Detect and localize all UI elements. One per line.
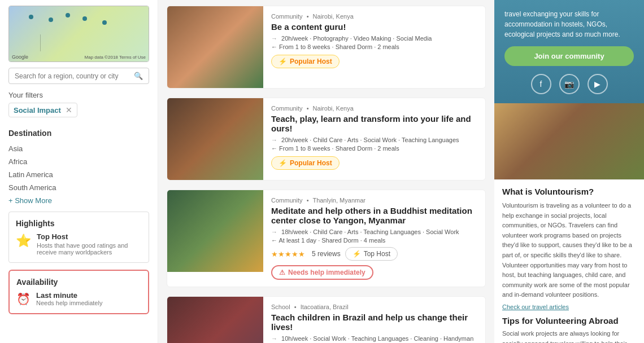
top-host-badge: ⚡ Top Host <box>345 247 398 261</box>
search-box[interactable]: 🔍 <box>8 68 149 84</box>
main-content: Community • Nairobi, Kenya Be a content … <box>158 0 494 343</box>
listing-tags-hours: → 20h/week · Child Care · Arts · Social … <box>271 137 477 143</box>
listing-body: Community • Nairobi, Kenya Be a content … <box>263 6 485 88</box>
availability-title: Availability <box>16 278 141 287</box>
availability-section: Availability ⏰ Last minute Needs help im… <box>8 270 149 314</box>
volunteer-image <box>494 103 644 179</box>
star-rating: ★★★★★ <box>271 250 305 258</box>
last-minute-info: Last minute Needs help immediately <box>36 291 102 306</box>
listing-image <box>167 297 263 343</box>
last-minute-label: Last minute <box>36 291 102 300</box>
lightning-icon: ⚡ <box>353 250 361 258</box>
listing-body: Community • Thanlyin, Myanmar Meditate a… <box>263 190 485 287</box>
facebook-icon[interactable]: f <box>531 74 551 94</box>
listing-tags-hours: → 18h/week · Child Care · Arts · Teachin… <box>271 228 477 235</box>
voluntourism-text: Voluntourism is traveling as a volunteer… <box>502 201 636 300</box>
right-sidebar: travel exchanging your skills for accomm… <box>494 0 644 343</box>
destination-list: Asia Africa Latin America South America <box>8 142 149 194</box>
destination-asia[interactable]: Asia <box>8 142 149 155</box>
listing-image <box>167 6 263 88</box>
listing-meta: Community • Nairobi, Kenya <box>271 105 477 112</box>
map-pin <box>49 17 53 22</box>
star-icon: ⭐ <box>16 234 31 248</box>
bolt-icon: ⚡ <box>279 159 287 167</box>
clock-icon: ⏰ <box>16 292 31 306</box>
listing-image <box>167 190 263 272</box>
popular-host-badge: ⚡ Popular Host <box>271 55 340 68</box>
voluntourism-title: What is Voluntourism? <box>502 187 636 196</box>
listing-duration: ← From 1 to 8 weeks · Shared Dorm · 2 me… <box>271 145 477 152</box>
warning-icon: ⚠ <box>279 269 285 276</box>
show-more-destinations[interactable]: + Show More <box>8 196 52 205</box>
last-minute-sub: Needs help immediately <box>36 300 102 306</box>
listing-location: Itacoatiara, Brazil <box>301 304 349 310</box>
needs-help-badge: ⚠ Needs help immediately <box>271 265 373 280</box>
check-articles-link[interactable]: Check our travel articles <box>502 304 636 310</box>
listing-title[interactable]: Meditate and help others in a Buddhist m… <box>271 206 477 225</box>
map-pin <box>102 20 107 25</box>
listing-category: Community <box>271 13 303 20</box>
destination-africa[interactable]: Africa <box>8 155 149 168</box>
bolt-icon: ⚡ <box>279 58 287 65</box>
filter-tag-label: Social Impact <box>14 106 61 115</box>
social-icons: f 📷 ▶ <box>504 74 634 94</box>
listing-body: Community • Nairobi, Kenya Teach, play, … <box>263 98 485 180</box>
listing-category: School <box>271 304 290 310</box>
listing-location: Nairobi, Kenya <box>313 105 354 112</box>
listing-image <box>167 98 263 180</box>
tips-title: Tips for Volunteering Abroad <box>502 316 636 326</box>
highlights-section: Highlights ⭐ Top Host Hosts that have go… <box>8 212 149 263</box>
top-host-label: Top Host <box>37 232 142 241</box>
listing-duration: ← At least 1 day · Shared Dorm · 4 meals <box>271 237 477 244</box>
listing-card: School • Itacoatiara, Brazil Teach child… <box>167 296 486 343</box>
top-host-row: ⭐ Top Host Hosts that have good ratings … <box>16 232 142 256</box>
listing-location: Nairobi, Kenya <box>313 13 354 20</box>
listing-badges: ⚡ Popular Host <box>271 55 477 68</box>
listing-category: Community <box>271 105 303 112</box>
destination-title: Destination <box>8 129 149 138</box>
map-pin <box>29 15 33 19</box>
listing-body: School • Itacoatiara, Brazil Teach child… <box>263 297 485 343</box>
listing-category: Community <box>271 197 303 204</box>
review-count: 5 reviews <box>312 250 341 258</box>
listing-card: Community • Nairobi, Kenya Teach, play, … <box>167 98 486 181</box>
last-minute-row: ⏰ Last minute Needs help immediately <box>16 291 141 306</box>
listing-duration: ← From 1 to 8 weeks · Shared Dorm · 2 me… <box>271 43 477 50</box>
listing-title[interactable]: Be a content guru! <box>271 22 477 32</box>
remove-filter-button[interactable]: ✕ <box>66 105 72 115</box>
listing-card: Community • Thanlyin, Myanmar Meditate a… <box>167 190 486 287</box>
voluntourism-section: What is Voluntourism? Voluntourism is tr… <box>494 179 644 343</box>
your-filters-label: Your filters <box>8 91 149 99</box>
instagram-icon[interactable]: 📷 <box>559 74 580 94</box>
listing-meta: Community • Thanlyin, Myanmar <box>271 197 477 204</box>
destination-south-america[interactable]: South America <box>8 181 149 194</box>
map-pin <box>66 13 70 17</box>
highlights-title: Highlights <box>16 219 142 228</box>
popular-host-badge: ⚡ Popular Host <box>271 156 340 170</box>
top-host-info: Top Host Hosts that have good ratings an… <box>37 232 142 256</box>
map-container: Google Map data ©2018 Terms of Use <box>8 6 149 62</box>
community-banner: travel exchanging your skills for accomm… <box>494 0 644 103</box>
community-text: travel exchanging your skills for accomm… <box>504 9 634 39</box>
listing-location: Thanlyin, Myanmar <box>312 197 365 204</box>
listing-card: Community • Nairobi, Kenya Be a content … <box>167 6 486 89</box>
top-host-desc: Hosts that have good ratings and receive… <box>37 242 142 256</box>
destination-latin-america[interactable]: Latin America <box>8 168 149 181</box>
listing-badges: ⚡ Popular Host <box>271 156 477 170</box>
join-community-button[interactable]: Join our community <box>504 46 634 66</box>
listing-meta: School • Itacoatiara, Brazil <box>271 304 477 310</box>
listing-tags-hours: → 20h/week · Photography · Video Making … <box>271 35 477 42</box>
listing-title[interactable]: Teach children in Brazil and help us cha… <box>271 313 477 332</box>
listing-meta: Community • Nairobi, Kenya <box>271 13 477 20</box>
left-sidebar: Google Map data ©2018 Terms of Use 🔍 You… <box>0 0 158 343</box>
youtube-icon[interactable]: ▶ <box>588 74 608 94</box>
map-pin <box>82 16 87 21</box>
active-filter-tag: Social Impact ✕ <box>8 103 77 117</box>
tips-text: Social work projects are always looking … <box>502 329 636 343</box>
search-icon: 🔍 <box>134 72 143 80</box>
rating-row: ★★★★★ 5 reviews ⚡ Top Host ⚠ Needs help … <box>271 247 477 280</box>
search-input[interactable] <box>15 72 132 80</box>
map-line <box>40 34 41 51</box>
listing-tags-hours: → 10h/week · Social Work · Teaching Lang… <box>271 335 477 342</box>
listing-title[interactable]: Teach, play, learn and transform into yo… <box>271 114 477 133</box>
